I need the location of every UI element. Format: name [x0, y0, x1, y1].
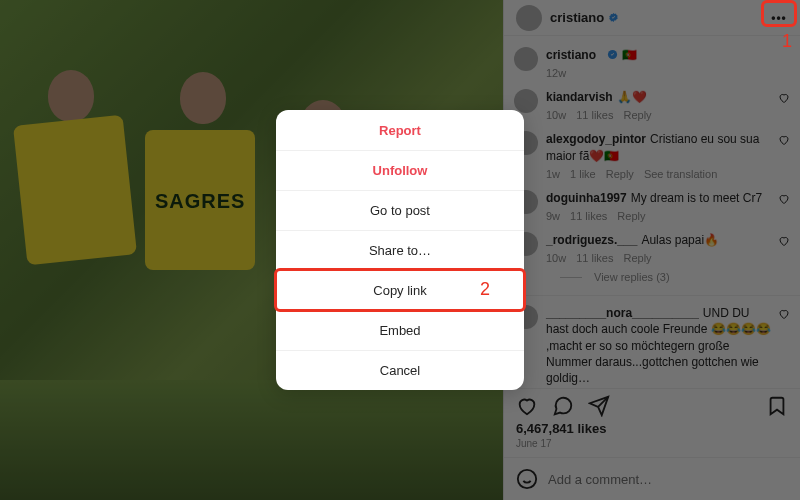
menu-item-report[interactable]: Report [276, 110, 524, 150]
modal-overlay[interactable]: Report Unfollow Go to post Share to… Cop… [0, 0, 800, 500]
menu-item-cancel[interactable]: Cancel [276, 350, 524, 390]
options-menu: Report Unfollow Go to post Share to… Cop… [276, 110, 524, 390]
callout-label-2: 2 [480, 279, 490, 300]
menu-item-embed[interactable]: Embed [276, 310, 524, 350]
menu-item-unfollow[interactable]: Unfollow [276, 150, 524, 190]
menu-item-share-to[interactable]: Share to… [276, 230, 524, 270]
callout-label-1: 1 [782, 31, 792, 52]
menu-item-go-to-post[interactable]: Go to post [276, 190, 524, 230]
